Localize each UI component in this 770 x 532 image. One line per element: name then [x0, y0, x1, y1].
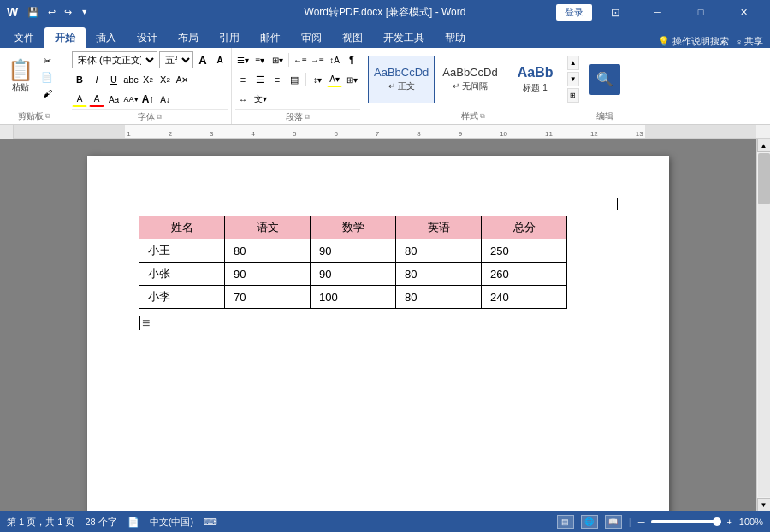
- sort-btn[interactable]: ↕A: [327, 52, 342, 68]
- shrink-font-btn[interactable]: A↓: [157, 92, 173, 107]
- status-doc-icon[interactable]: 📄: [127, 517, 139, 528]
- tab-view[interactable]: 视图: [332, 27, 373, 48]
- paste-button[interactable]: 📋 粘贴: [3, 51, 38, 96]
- styles-expand-icon[interactable]: ⧉: [480, 112, 485, 121]
- clipboard-expand-icon[interactable]: ⧉: [45, 112, 50, 121]
- lightbulb-icon: 💡: [658, 36, 670, 47]
- scroll-down-btn[interactable]: ▼: [757, 498, 771, 511]
- style-scroll-down[interactable]: ▼: [567, 72, 579, 86]
- asian-layout-btn[interactable]: 文▾: [252, 92, 268, 107]
- underline-button[interactable]: U: [106, 72, 121, 87]
- decrease-indent-btn[interactable]: ←≡: [293, 52, 308, 68]
- view-web-btn[interactable]: 🌐: [581, 515, 598, 529]
- font-expand-icon[interactable]: ⧉: [157, 113, 162, 121]
- language-indicator[interactable]: 中文(中国): [150, 516, 193, 529]
- quick-access-redo[interactable]: ↪: [62, 5, 74, 20]
- paragraph-expand-icon[interactable]: ⧉: [305, 113, 310, 121]
- tab-insert[interactable]: 插入: [86, 27, 127, 48]
- decrease-font-btn[interactable]: A: [212, 52, 228, 68]
- list-row: ☰▾ ≡▾ ⊞▾ ←≡ →≡ ↕A ¶: [235, 51, 359, 68]
- numbered-list-btn[interactable]: ≡▾: [252, 52, 268, 68]
- tab-layout[interactable]: 布局: [168, 27, 209, 48]
- window-maximize-btn[interactable]: □: [681, 0, 720, 24]
- search-button[interactable]: 🔍: [589, 64, 620, 95]
- align-center-btn[interactable]: ☰: [252, 72, 268, 87]
- tab-references[interactable]: 引用: [209, 27, 250, 48]
- grow-font-btn[interactable]: A↑: [140, 92, 156, 107]
- scroll-track[interactable]: [758, 153, 770, 497]
- row1-total: 250: [482, 239, 567, 263]
- style-normal[interactable]: AaBbCcDd ↵ 正文: [368, 56, 435, 103]
- format-painter-button[interactable]: 🖌: [39, 86, 55, 101]
- tab-review[interactable]: 审阅: [291, 27, 332, 48]
- tab-help[interactable]: 帮助: [435, 27, 476, 48]
- italic-button[interactable]: I: [89, 72, 104, 87]
- style-scroll-up[interactable]: ▲: [567, 56, 579, 70]
- table-header-total: 总分: [482, 216, 567, 239]
- quick-access-save[interactable]: 💾: [25, 5, 42, 20]
- zoom-in-btn[interactable]: +: [726, 517, 732, 527]
- paragraph-label: 段落 ⧉: [235, 109, 360, 125]
- share-btn[interactable]: ♀ 共享: [736, 35, 763, 48]
- style-no-spacing[interactable]: AaBbCcDd ↵ 无间隔: [436, 56, 503, 103]
- view-read-btn[interactable]: 📖: [605, 515, 622, 529]
- tab-design[interactable]: 设计: [127, 27, 168, 48]
- tab-developer[interactable]: 开发工具: [373, 27, 435, 48]
- zoom-thumb[interactable]: [713, 517, 721, 526]
- style-expand[interactable]: ⊞: [567, 88, 579, 103]
- keyboard-icon[interactable]: ⌨: [204, 517, 217, 528]
- text-color-btn[interactable]: A: [89, 92, 104, 107]
- font-aa-btn[interactable]: Aa: [106, 92, 121, 107]
- style-heading1[interactable]: AaBb 标题 1: [506, 56, 566, 103]
- tab-mailings[interactable]: 邮件: [250, 27, 291, 48]
- share-label: 共享: [744, 35, 763, 48]
- subscript-button[interactable]: X2: [140, 72, 156, 87]
- strikethrough-button[interactable]: abc: [123, 72, 139, 87]
- zoom-slider[interactable]: [651, 520, 720, 523]
- cut-button[interactable]: ✂: [39, 53, 55, 68]
- tab-home[interactable]: 开始: [44, 27, 86, 48]
- table-header-row: 姓名 语文 数学 英语 总分: [139, 216, 567, 239]
- justify-btn[interactable]: ▤: [287, 72, 302, 87]
- shading-btn[interactable]: A▾: [327, 72, 342, 87]
- vertical-scrollbar[interactable]: ▲ ▼: [756, 139, 770, 511]
- increase-font-btn[interactable]: A: [195, 52, 210, 68]
- separator-line: |: [629, 517, 631, 527]
- window-close-btn[interactable]: ✕: [724, 0, 763, 24]
- zoom-level[interactable]: 100%: [739, 517, 763, 527]
- ruler-corner[interactable]: [0, 125, 14, 139]
- window-help-icon[interactable]: ⊡: [595, 0, 635, 24]
- title-bar-left: W 💾 ↩ ↪ ▼: [7, 5, 91, 20]
- multilevel-list-btn[interactable]: ⊞▾: [270, 52, 285, 68]
- quick-access-more[interactable]: ▼: [78, 6, 91, 18]
- line-spacing-btn[interactable]: ↕▾: [310, 72, 325, 87]
- bullet-list-btn[interactable]: ☰▾: [235, 52, 251, 68]
- show-marks-btn[interactable]: ¶: [344, 52, 359, 68]
- copy-button[interactable]: 📄: [39, 69, 55, 85]
- bold-button[interactable]: B: [72, 72, 87, 87]
- text-cursor-area[interactable]: ≡: [139, 316, 618, 331]
- quick-access-undo[interactable]: ↩: [45, 5, 58, 20]
- superscript-button[interactable]: X2: [157, 72, 173, 87]
- text-direction-btn[interactable]: ↔: [235, 92, 251, 107]
- text-highlight-btn[interactable]: A: [72, 92, 87, 107]
- change-case-btn[interactable]: AA▾: [123, 92, 139, 107]
- login-button[interactable]: 登录: [556, 4, 592, 21]
- align-right-btn[interactable]: ≡: [270, 72, 285, 87]
- styles-label: 样式 ⧉: [368, 109, 579, 124]
- align-left-btn[interactable]: ≡: [235, 72, 251, 87]
- zoom-out-btn[interactable]: ─: [638, 517, 645, 527]
- view-print-btn[interactable]: ▤: [557, 515, 574, 529]
- search-box-tab[interactable]: 💡 操作说明搜索: [658, 35, 729, 48]
- tab-file[interactable]: 文件: [3, 27, 44, 48]
- scroll-up-btn[interactable]: ▲: [757, 139, 771, 152]
- window-minimize-btn[interactable]: ─: [638, 0, 678, 24]
- clear-format-button[interactable]: A✕: [175, 72, 190, 87]
- font-size-select[interactable]: 五号: [159, 51, 193, 68]
- border-btn[interactable]: ⊞▾: [344, 72, 359, 87]
- increase-indent-btn[interactable]: →≡: [310, 52, 325, 68]
- scroll-thumb[interactable]: [758, 153, 770, 204]
- document-scroll-area[interactable]: 姓名 语文 数学 英语 总分 小王 80 90 80: [0, 139, 756, 511]
- editing-group: 🔍 编辑: [583, 48, 626, 124]
- font-name-select[interactable]: 宋体 (中文正文): [72, 51, 157, 68]
